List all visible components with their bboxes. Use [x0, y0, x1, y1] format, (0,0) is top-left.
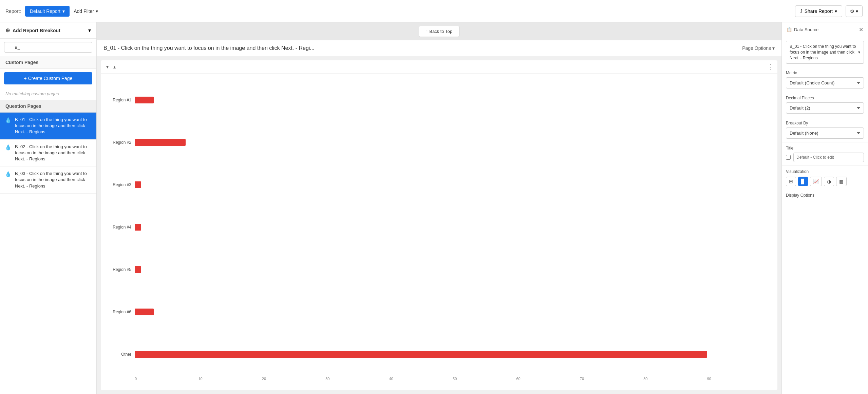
- right-panel-header: 📋 Data Source ✕: [782, 22, 868, 37]
- x-axis-label: 0: [135, 377, 198, 381]
- bar-chart-icon: ▊: [801, 179, 805, 184]
- viz-table-button[interactable]: ⊞: [786, 177, 796, 186]
- decimal-section: Decimal Places Default (2) 0 1 2 3: [782, 92, 868, 117]
- bar-row: Region #6: [108, 291, 771, 333]
- metric-select[interactable]: Default (Choice Count) Count Percentage: [786, 77, 864, 88]
- add-breakout-label: Add Report Breakout: [13, 28, 60, 33]
- settings-button[interactable]: ⚙ ▾: [846, 5, 863, 17]
- page-title-bar: B_01 - Click on the thing you want to fo…: [97, 40, 781, 56]
- bar-row: Region #3: [108, 164, 771, 206]
- add-filter-chevron-icon: ▾: [96, 8, 98, 14]
- back-to-top-button[interactable]: ↑ Back to Top: [419, 26, 459, 37]
- viz-bar-chart-button[interactable]: ▊: [798, 177, 808, 186]
- breakout-label: Breakout By: [786, 121, 864, 125]
- viz-icons: ⊞ ▊ 📈 ◑ ▩: [786, 177, 864, 186]
- report-label: Report:: [5, 8, 21, 14]
- decimal-select[interactable]: Default (2) 0 1 2 3: [786, 102, 864, 114]
- line-chart-icon: 📈: [813, 179, 819, 184]
- bar-fill: [135, 309, 154, 315]
- table-icon: ⊞: [789, 179, 793, 184]
- chart-down-arrow-button[interactable]: ▾: [105, 63, 110, 70]
- report-chevron-icon: ▾: [62, 8, 65, 14]
- display-section: Display Options: [782, 190, 868, 201]
- add-filter-label: Add Filter: [74, 8, 94, 14]
- title-label: Title: [786, 146, 864, 151]
- bar-label: Region #6: [108, 310, 131, 314]
- bar-row: Region #5: [108, 248, 771, 291]
- viz-line-chart-button[interactable]: 📈: [810, 177, 822, 186]
- viz-label: Visualization: [786, 169, 864, 174]
- bar-track: [135, 266, 771, 273]
- search-box-wrap: 🔍: [0, 39, 96, 56]
- page-options-label: Page Options: [742, 45, 771, 51]
- sidebar-item-b03[interactable]: 💧 B_03 - Click on the thing you want to …: [0, 166, 96, 194]
- right-panel: 📋 Data Source ✕ B_01 - Click on the thin…: [781, 22, 868, 394]
- sidebar-item-b01[interactable]: 💧 B_01 - Click on the thing you want to …: [0, 113, 96, 140]
- chart-more-button[interactable]: ⋮: [767, 63, 773, 71]
- settings-chevron-icon: ▾: [856, 8, 858, 14]
- search-wrap: 🔍: [4, 42, 92, 53]
- no-match-text: No matching custom pages: [0, 88, 96, 100]
- search-input[interactable]: [4, 42, 92, 53]
- data-source-title: Data Source: [794, 27, 818, 32]
- bar-fill: [135, 266, 141, 273]
- sidebar-item-b03-text: B_03 - Click on the thing you want to fo…: [15, 171, 92, 189]
- page-options-button[interactable]: Page Options ▾: [742, 45, 775, 51]
- data-source-select[interactable]: B_01 - Click on the thing you want to fo…: [786, 41, 864, 64]
- breakout-select[interactable]: Default (None) Region: [786, 127, 864, 139]
- bar-fill: [135, 139, 186, 146]
- droplet-icon-b02: 💧: [5, 144, 12, 151]
- report-button[interactable]: Default Report ▾: [25, 6, 70, 17]
- droplet-icon-b03: 💧: [5, 171, 12, 177]
- bar-fill: [135, 97, 154, 103]
- close-icon: ✕: [859, 27, 863, 33]
- droplet-icon-b01: 💧: [5, 117, 12, 123]
- bar-label: Other: [108, 352, 131, 357]
- bar-row: Region #4: [108, 206, 771, 249]
- create-custom-page-button[interactable]: + Create Custom Page: [4, 72, 92, 84]
- pie-chart-icon: ◑: [827, 179, 831, 184]
- sidebar-item-b02[interactable]: 💧 B_02 - Click on the thing you want to …: [0, 140, 96, 167]
- chart-up-arrow-button[interactable]: ▴: [112, 63, 117, 70]
- x-axis-label: 80: [643, 377, 707, 381]
- share-chevron-icon: ▾: [835, 8, 837, 14]
- bar-label: Region #2: [108, 140, 131, 145]
- x-axis-label: 70: [580, 377, 643, 381]
- title-checkbox[interactable]: [786, 155, 791, 160]
- x-axis-label: 10: [198, 377, 262, 381]
- page-title: B_01 - Click on the thing you want to fo…: [103, 45, 315, 51]
- chart-area: Region #1Region #2Region #3Region #4Regi…: [101, 74, 777, 386]
- data-source-icon: 📋: [787, 27, 792, 32]
- bar-fill: [135, 351, 707, 358]
- add-filter-button[interactable]: Add Filter ▾: [74, 8, 98, 14]
- add-breakout-header-left: ⊕ Add Report Breakout: [5, 27, 60, 34]
- main-layout: ⊕ Add Report Breakout ▾ 🔍 Custom Pages +…: [0, 22, 868, 394]
- viz-pie-chart-button[interactable]: ◑: [824, 177, 834, 186]
- bar-row: Other: [108, 333, 771, 375]
- breakout-section: Breakout By Default (None) Region: [782, 117, 868, 142]
- bar-fill: [135, 224, 141, 231]
- title-input[interactable]: [793, 153, 864, 162]
- top-bar-left: Report: Default Report ▾ Add Filter ▾: [5, 6, 98, 17]
- left-sidebar: ⊕ Add Report Breakout ▾ 🔍 Custom Pages +…: [0, 22, 97, 394]
- viz-section: Visualization ⊞ ▊ 📈 ◑ ▩: [782, 166, 868, 190]
- x-axis-label: 50: [453, 377, 516, 381]
- share-label: Share Report: [805, 8, 833, 14]
- share-report-button[interactable]: ⤴ Share Report ▾: [795, 5, 842, 17]
- question-pages-header: Question Pages: [0, 100, 96, 113]
- add-breakout-header[interactable]: ⊕ Add Report Breakout ▾: [0, 22, 96, 39]
- bar-track: [135, 181, 771, 188]
- metric-section: Metric Default (Choice Count) Count Perc…: [782, 67, 868, 92]
- metric-label: Metric: [786, 71, 864, 75]
- gear-icon: ⚙: [850, 8, 854, 14]
- top-bar: Report: Default Report ▾ Add Filter ▾ ⤴ …: [0, 0, 868, 22]
- x-axis-label: 40: [389, 377, 453, 381]
- x-axis-label: 90: [707, 377, 771, 381]
- data-source-text: B_01 - Click on the thing you want to fo…: [790, 44, 858, 61]
- close-panel-button[interactable]: ✕: [859, 26, 863, 33]
- create-custom-page-label: + Create Custom Page: [24, 76, 73, 81]
- share-icon: ⤴: [800, 8, 803, 14]
- top-bar-right: ⤴ Share Report ▾ ⚙ ▾: [795, 5, 863, 17]
- title-row: [786, 153, 864, 162]
- viz-stacked-bar-button[interactable]: ▩: [836, 177, 847, 186]
